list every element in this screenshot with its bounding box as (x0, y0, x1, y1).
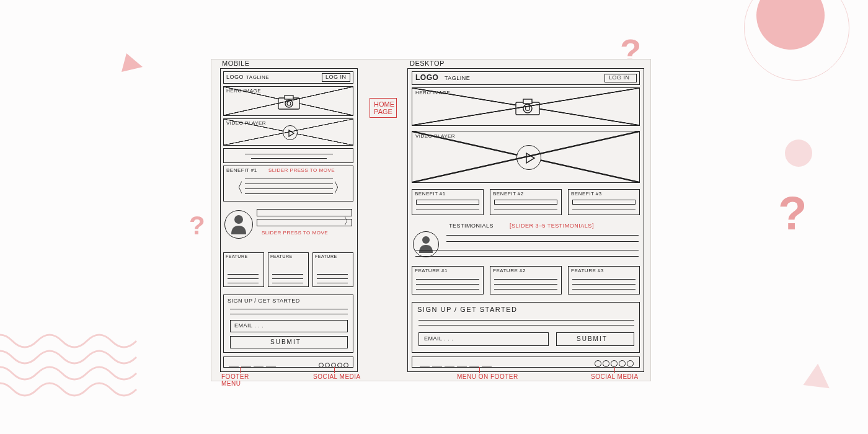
play-icon[interactable] (516, 145, 541, 170)
header-bar: LOGO TAGLINE LOG IN (412, 71, 640, 85)
benefit-card: BENEFIT #1 (412, 189, 484, 215)
dot-decor-icon (785, 140, 812, 167)
footer-menu-annotation: FOOTER MENU (221, 373, 259, 387)
svg-point-11 (526, 107, 530, 111)
benefits-slider[interactable]: BENEFIT #1 SLIDER PRESS TO MOVE 〈 〉 (223, 166, 353, 202)
signup-label: SIGN UP / GET STARTED (417, 306, 518, 313)
benefit-card: BENEFIT #3 (568, 189, 640, 215)
svg-marker-0 (122, 53, 143, 72)
triangle-decor-icon (118, 50, 146, 78)
question-mark-decor-icon: ? (778, 186, 807, 240)
feature-card: FEATURE (268, 252, 309, 287)
hero-label: HERO IMAGE (415, 90, 450, 95)
chevron-right-icon[interactable]: 〉 (333, 179, 347, 197)
social-media-annotation: SOCIAL MEDIA (313, 373, 361, 380)
benefit-label: BENEFIT #2 (493, 191, 524, 197)
logo-label: LOGO (415, 73, 438, 82)
login-label: LOG IN (609, 74, 630, 81)
homepage-tag-label: HOME PAGE (374, 100, 394, 115)
social-media-icons[interactable] (318, 359, 349, 370)
footer-menu-links[interactable] (228, 360, 277, 371)
signup-panel: SIGN UP / GET STARTED EMAIL . . . SUBMIT (412, 302, 640, 353)
tagline-label: TAGLINE (445, 75, 470, 81)
play-icon[interactable] (283, 125, 298, 140)
svg-rect-3 (285, 95, 293, 99)
benefit-label: BENEFIT #3 (571, 191, 602, 197)
benefit-label: BENEFIT #1 (415, 191, 446, 197)
logo-label: LOGO (226, 74, 244, 80)
feature-card: FEATURE (223, 252, 264, 287)
testimonial-line (257, 209, 352, 216)
waves-decor-icon (0, 329, 149, 403)
wireframe-sketch: HOME PAGE MOBILE LOGO TAGLINE LOG IN HER… (211, 59, 651, 381)
email-placeholder: EMAIL . . . (424, 335, 453, 342)
chevron-left-icon[interactable]: 〈 (230, 179, 244, 197)
email-field[interactable]: EMAIL . . . (418, 332, 549, 346)
triangle-decor-icon (795, 355, 842, 402)
email-field[interactable]: EMAIL . . . (230, 320, 348, 332)
avatar-icon (413, 231, 439, 257)
header-bar: LOGO TAGLINE LOG IN (223, 71, 353, 84)
benefit-label: BENEFIT #1 (226, 167, 257, 173)
feature-card: FEATURE #2 (490, 266, 562, 294)
feature-label: FEATURE (226, 254, 248, 259)
menu-on-footer-annotation: MENU ON FOOTER (457, 373, 518, 380)
feature-label: FEATURE (270, 254, 293, 259)
login-button[interactable]: LOG IN (322, 73, 350, 82)
video-label: VIDEO PLAYER (226, 120, 266, 126)
slider-annotation: SLIDER PRESS TO MOVE (268, 167, 335, 173)
signup-label: SIGN UP / GET STARTED (228, 298, 300, 304)
benefit-card: BENEFIT #2 (490, 189, 562, 215)
features-row: FEATURE #1 FEATURE #2 FEATURE #3 (412, 266, 640, 296)
submit-label: SUBMIT (577, 335, 608, 342)
svg-point-4 (285, 100, 293, 107)
slider-testimonials-annotation: [SLIDER 3–5 TESTIMONIALS] (510, 223, 594, 229)
login-label: LOG IN (326, 74, 347, 80)
submit-label: SUBMIT (270, 339, 301, 345)
submit-button[interactable]: SUBMIT (230, 336, 348, 348)
footer-bar (223, 356, 353, 368)
testimonial-line (257, 219, 352, 226)
mobile-frame: LOGO TAGLINE LOG IN HERO IMAGE VIDEO PLA… (220, 68, 358, 372)
question-mark-decor-icon: ? (189, 211, 205, 241)
social-media-annotation: SOCIAL MEDIA (591, 373, 639, 380)
avatar-icon (224, 210, 253, 239)
svg-rect-8 (516, 102, 539, 115)
desktop-frame: LOGO TAGLINE LOG IN HERO IMAGE VIDEO PLA… (407, 68, 644, 372)
feature-label: FEATURE #2 (493, 268, 526, 273)
svg-marker-6 (289, 130, 294, 136)
feature-label: FEATURE #3 (571, 268, 604, 273)
footer-menu-links[interactable] (418, 360, 493, 371)
submit-button[interactable]: SUBMIT (556, 332, 634, 346)
chevron-right-icon[interactable]: 〉 (343, 215, 353, 228)
benefits-row: BENEFIT #1 BENEFIT #2 BENEFIT #3 (412, 189, 640, 216)
svg-marker-1 (803, 361, 835, 393)
email-placeholder: EMAIL . . . (234, 322, 264, 329)
feature-card: FEATURE #3 (568, 266, 640, 294)
hero-image-placeholder: HERO IMAGE (412, 87, 640, 126)
text-block (223, 148, 353, 163)
video-player-placeholder: VIDEO PLAYER (223, 118, 353, 146)
hero-image-placeholder: HERO IMAGE (223, 86, 353, 116)
footer-bar (412, 356, 640, 368)
camera-icon (514, 98, 541, 117)
video-label: VIDEO PLAYER (415, 133, 455, 139)
svg-rect-2 (278, 98, 299, 109)
homepage-tag: HOME PAGE (370, 98, 397, 118)
camera-icon (277, 94, 301, 110)
testimonials-label: TESTIMONIALS (449, 223, 494, 229)
tagline-label: TAGLINE (246, 74, 269, 80)
slider-annotation: SLIDER PRESS TO MOVE (262, 230, 328, 236)
feature-label: FEATURE #1 (415, 268, 448, 273)
svg-point-5 (287, 102, 291, 105)
testimonial-slider[interactable]: SLIDER PRESS TO MOVE 〉 (223, 206, 353, 245)
signup-panel: SIGN UP / GET STARTED EMAIL . . . SUBMIT (223, 294, 353, 353)
svg-point-7 (234, 215, 243, 224)
features-row: FEATURE FEATURE FEATURE (223, 252, 353, 288)
desktop-heading: DESKTOP (410, 60, 445, 67)
hero-label: HERO IMAGE (226, 88, 261, 94)
login-button[interactable]: LOG IN (604, 74, 637, 82)
testimonials-section: TESTIMONIALS [SLIDER 3–5 TESTIMONIALS] (412, 223, 640, 260)
video-player-placeholder: VIDEO PLAYER (412, 131, 640, 183)
svg-point-13 (422, 236, 430, 244)
